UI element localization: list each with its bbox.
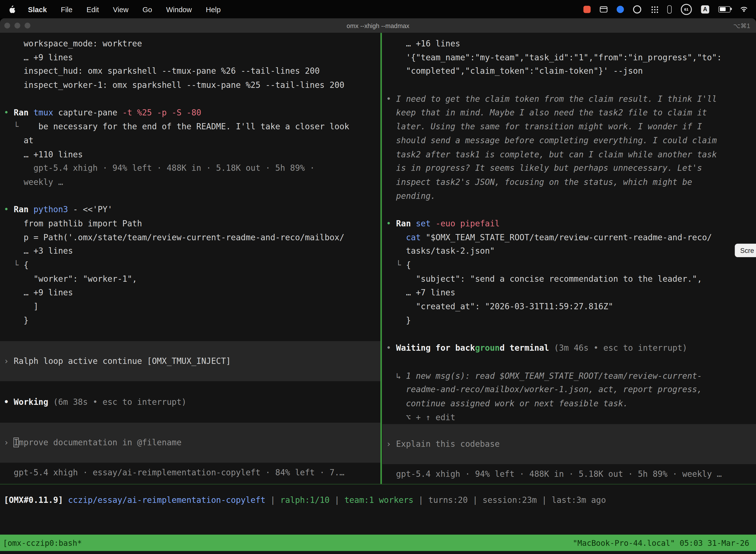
text-segment: -euo pipefail bbox=[436, 218, 500, 228]
prompt-band[interactable]: › Improve documentation in @filename bbox=[0, 423, 381, 463]
menu-item-help[interactable]: Help bbox=[206, 5, 221, 13]
text-segment: last:3m ago bbox=[552, 495, 606, 505]
blue-app-icon[interactable] bbox=[617, 5, 624, 13]
battery-icon[interactable] bbox=[718, 6, 731, 12]
menu-item-view[interactable]: View bbox=[113, 5, 128, 13]
text-segment: | bbox=[330, 495, 344, 505]
terminal-line: ↳ 1 new msg(s): read $OMX_TEAM_STATE_ROO… bbox=[382, 369, 756, 383]
text-segment: Waiting for back bbox=[396, 343, 475, 353]
tmux-pane-right[interactable]: … +16 lines '{"team_name":"my-team","tas… bbox=[382, 33, 756, 484]
text-segment: team:1 workers bbox=[344, 495, 414, 505]
text-segment: - <<'PY' bbox=[73, 205, 112, 214]
text-segment: "worker": "worker-1", bbox=[4, 274, 137, 284]
menu-item-file[interactable]: File bbox=[61, 5, 72, 13]
text-segment: • bbox=[386, 94, 396, 104]
text-segment: tasks/task-2.json" bbox=[386, 246, 495, 256]
text-segment: cczip/essay/ai-reimplementation-copyleft bbox=[68, 495, 265, 505]
terminal-line: • Waiting for background terminal (3m 46… bbox=[382, 341, 756, 355]
text-segment: d terminal bbox=[500, 343, 554, 353]
terminal-line: … +9 lines bbox=[0, 286, 381, 300]
text-segment: readme-and-reco/mailbox/worker-1.json, a… bbox=[386, 385, 702, 394]
terminal-line: } bbox=[382, 314, 756, 327]
terminal-line: weekly … bbox=[0, 175, 381, 189]
terminal-line: "completed","claim_token":"claim-token"}… bbox=[382, 64, 756, 78]
menu-bar-status-icons: 61 A bbox=[583, 4, 756, 15]
terminal-line: pending. bbox=[382, 189, 756, 203]
prompt-band[interactable]: › Ralph loop active continue [OMX_TMUX_I… bbox=[0, 341, 381, 381]
text-segment: from pathlib import Path bbox=[4, 218, 142, 228]
terminal-line: readme-and-reco/mailbox/worker-1.json, a… bbox=[382, 383, 756, 397]
text-segment: p = Path('.omx/state/team/review-current… bbox=[4, 232, 344, 242]
text-segment: task2 after task1 is complete, but can I… bbox=[386, 150, 717, 159]
battery-percentage-icon[interactable]: 61 bbox=[681, 4, 692, 15]
text-segment: "completed","claim_token":"claim-token"}… bbox=[386, 66, 643, 76]
text-segment bbox=[386, 232, 406, 242]
text-segment: tmux bbox=[34, 108, 58, 117]
tmux-host-time: "MacBook-Pro-44.local" 05:03 31-Mar-26 bbox=[573, 538, 749, 547]
terminal-line: continue assigned work or next feasible … bbox=[382, 397, 756, 410]
text-segment: } bbox=[386, 316, 411, 325]
tmux-pane-left[interactable]: workspace_mode: worktree … +9 lines insp… bbox=[0, 33, 381, 484]
menu-item-window[interactable]: Window bbox=[166, 5, 192, 13]
terminal-line: p = Path('.omx/state/team/review-current… bbox=[0, 230, 381, 244]
text-segment: is in progress? It seems likely but perh… bbox=[386, 163, 702, 173]
blank-line bbox=[0, 92, 381, 106]
text-segment: pending. bbox=[386, 191, 436, 201]
menu-item-go[interactable]: Go bbox=[142, 5, 152, 13]
terminal-line: • Ran python3 - <<'PY' bbox=[0, 203, 381, 217]
terminal-line: "worker": "worker-1", bbox=[0, 272, 381, 286]
menu-item-app[interactable]: Slack bbox=[28, 5, 47, 13]
menu-bar-left: Slack File Edit View Go Window Help bbox=[0, 5, 235, 13]
text-segment: └ bbox=[4, 122, 39, 131]
terminal-line: keep that in mind. Maybe I also need the… bbox=[382, 106, 756, 120]
text-segment: I need to get the claim token from the c… bbox=[396, 94, 717, 104]
text-segment: gpt-5.4 xhigh · 94% left · 488K in · 5.1… bbox=[4, 163, 315, 173]
text-segment: I bbox=[14, 438, 19, 447]
slim-app-icon[interactable] bbox=[667, 5, 672, 13]
window-shortcut-hint: ⌥⌘1 bbox=[733, 18, 750, 33]
dots-grid-icon[interactable] bbox=[650, 5, 658, 13]
app-window-icon[interactable] bbox=[600, 6, 608, 12]
terminal-line: gpt-5.4 xhigh · 94% left · 488K in · 5.1… bbox=[0, 161, 381, 175]
text-segment: [OMX#0.11.9] bbox=[4, 495, 68, 505]
screen-share-badge[interactable]: Scre bbox=[735, 244, 756, 257]
terminal-line: └ { bbox=[0, 258, 381, 272]
terminal-line: … +3 lines bbox=[0, 244, 381, 258]
terminal-line: … +110 lines bbox=[0, 148, 381, 161]
terminal-line: inspect_worker-1: omx sparkshell --tmux-… bbox=[0, 78, 381, 92]
terminal-line: … +9 lines bbox=[0, 50, 381, 64]
text-segment: cat bbox=[406, 232, 426, 242]
text-segment: mprove documentation in @filename bbox=[19, 438, 182, 447]
prompt-band[interactable]: › Explain this codebase bbox=[382, 424, 756, 464]
input-source-icon[interactable]: A bbox=[701, 5, 709, 13]
terminal-line: task2 after task1 is complete, but can I… bbox=[382, 148, 756, 161]
text-segment: › bbox=[386, 439, 396, 449]
wifi-icon[interactable] bbox=[740, 6, 748, 12]
text-segment: | bbox=[537, 495, 552, 505]
text-segment: turns:20 bbox=[428, 495, 468, 505]
terminal-line: from pathlib import Path bbox=[0, 217, 381, 231]
blank-line bbox=[382, 327, 756, 341]
terminal-line: • I need to get the claim token from the… bbox=[382, 92, 756, 106]
apple-menu-icon[interactable] bbox=[9, 5, 15, 13]
text-segment: … +9 lines bbox=[4, 52, 73, 62]
text-segment: 1 new msg(s): read $OMX_TEAM_STATE_ROOT/… bbox=[406, 371, 702, 381]
blank-line bbox=[382, 355, 756, 369]
menu-item-edit[interactable]: Edit bbox=[86, 5, 99, 13]
tmux-pane-divider[interactable] bbox=[380, 33, 382, 484]
pane-status-line: gpt-5.4 xhigh · essay/ai-reimplementatio… bbox=[0, 466, 381, 480]
text-segment: { bbox=[23, 260, 28, 270]
terminal-line: at bbox=[0, 133, 381, 148]
ring-app-icon[interactable] bbox=[633, 5, 641, 13]
text-segment: └ bbox=[386, 260, 406, 270]
text-segment: keep that in mind. Maybe I also need the… bbox=[386, 108, 707, 117]
prompt-line: › Ralph loop active continue [OMX_TMUX_I… bbox=[0, 354, 231, 368]
text-segment: › bbox=[4, 438, 14, 447]
terminal-line: tasks/task-2.json" bbox=[382, 244, 756, 258]
screen-recording-indicator-icon[interactable] bbox=[583, 5, 590, 13]
tmux-status-bar: [omx-cczip0:bash* "MacBook-Pro-44.local"… bbox=[0, 535, 756, 551]
text-segment: continue assigned work or next feasible … bbox=[386, 398, 628, 408]
text-segment: later. Using the same for transition mig… bbox=[386, 122, 702, 131]
text-segment: (3m 46s • esc to interrupt) bbox=[554, 343, 687, 353]
text-segment: … +110 lines bbox=[4, 150, 83, 159]
